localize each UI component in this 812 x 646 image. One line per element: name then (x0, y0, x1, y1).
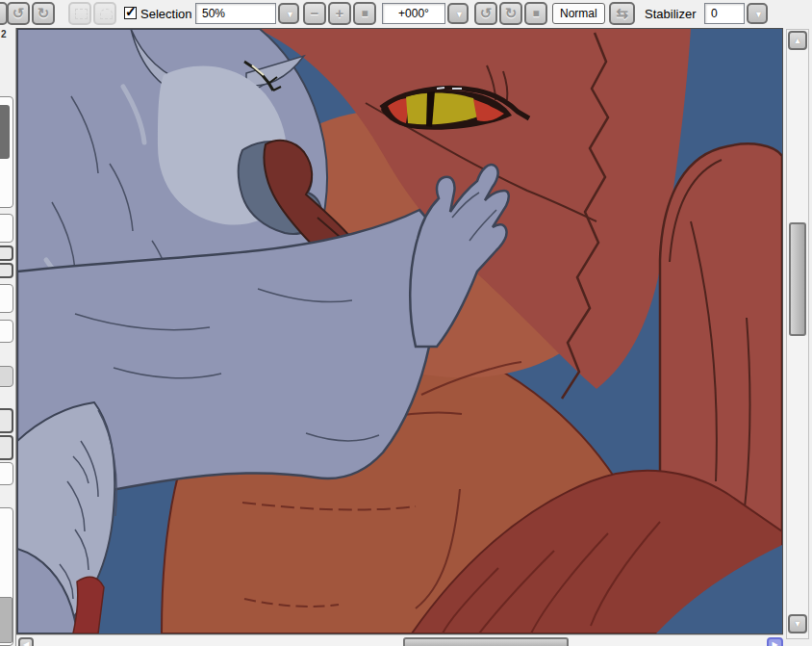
drawing-canvas[interactable] (16, 28, 783, 634)
panel-button-partial[interactable] (0, 435, 13, 460)
rotate-reset-button[interactable]: ■ (524, 2, 547, 25)
vertical-scroll-thumb[interactable] (789, 222, 806, 336)
rotate-cw-button[interactable]: ↻ (499, 2, 522, 25)
panel-partial-value: 2 (1, 29, 7, 39)
perspective-button (93, 2, 116, 25)
angle-value-field[interactable]: +000° (382, 3, 445, 24)
checkmark-icon: ✓ (125, 4, 137, 19)
zoom-value-field[interactable]: 50% (195, 3, 276, 24)
redo-button[interactable]: ↻ (32, 2, 55, 25)
horizontal-scroll-thumb[interactable] (403, 637, 569, 646)
scroll-left-button[interactable]: ◀ (18, 637, 34, 646)
panel-list-partial[interactable] (0, 507, 13, 646)
stabilizer-value-field[interactable]: 0 (704, 3, 745, 24)
zoom-reset-button[interactable]: ■ (353, 2, 376, 25)
stabilizer-label: Stabilizer (645, 7, 696, 21)
rotate-ccw-button[interactable]: ↺ (474, 2, 497, 25)
scroll-right-button[interactable]: ▶ (767, 637, 783, 646)
deep-red-patch (73, 577, 104, 633)
scroll-up-button[interactable]: ▲ (788, 31, 807, 50)
transform-icon (75, 9, 88, 19)
transform-button (68, 2, 91, 25)
panel-button-partial[interactable] (0, 366, 13, 387)
panel-slider-partial[interactable] (0, 96, 13, 208)
scroll-down-button[interactable]: ▼ (788, 614, 807, 633)
selection-checkbox[interactable]: ✓ (124, 7, 137, 19)
zoom-dropdown-button[interactable]: ▼ (278, 3, 299, 24)
panel-box-partial[interactable] (0, 462, 13, 485)
panel-box-partial[interactable] (0, 214, 13, 243)
vertical-scrollbar[interactable]: ▲ ▼ (786, 29, 809, 639)
panel-list-fill (0, 597, 13, 643)
panel-box-partial[interactable] (0, 320, 13, 343)
panel-button-partial[interactable] (0, 408, 13, 433)
panel-box-partial[interactable] (0, 284, 13, 313)
slider-thumb[interactable] (0, 105, 10, 159)
perspective-icon (100, 9, 113, 19)
artwork-illustration (17, 29, 782, 633)
left-panel-edge: 2 (0, 28, 16, 646)
flip-horizontal-button[interactable]: ⇆ (609, 2, 635, 25)
zoom-in-button[interactable]: + (328, 2, 351, 25)
zoom-out-button[interactable]: − (303, 2, 326, 25)
undo-button[interactable]: ↺ (7, 2, 30, 25)
horizontal-scrollbar[interactable]: ◀ ▶ (16, 634, 783, 646)
selection-label: Selection (140, 7, 191, 21)
stabilizer-dropdown-button[interactable]: ▼ (747, 3, 768, 24)
top-toolbar: ↺ ↻ ✓ Selection 50% ▼ − + ■ +000° ▼ ↺ ↻ … (0, 0, 812, 28)
panel-toggle-partial[interactable] (0, 245, 13, 261)
angle-dropdown-button[interactable]: ▼ (447, 3, 469, 24)
panel-toggle-partial[interactable] (0, 263, 13, 278)
blend-mode-button[interactable]: Normal (552, 3, 605, 24)
